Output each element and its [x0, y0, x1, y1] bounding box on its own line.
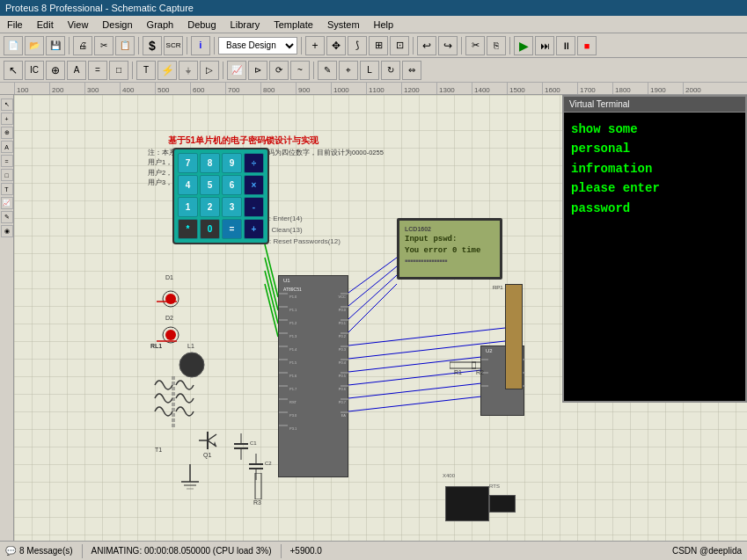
- d1-label: D1: [165, 274, 173, 280]
- side-btn-4[interactable]: A: [1, 141, 13, 153]
- tb-new[interactable]: 📄: [4, 36, 23, 55]
- key-equal[interactable]: =: [222, 219, 242, 239]
- tb-cut[interactable]: ✂: [94, 36, 114, 55]
- sep-t2-3: [313, 62, 314, 79]
- menu-debug[interactable]: Debug: [180, 18, 223, 32]
- tb2-pointer[interactable]: ↖: [4, 61, 23, 80]
- key-2[interactable]: 2: [200, 197, 220, 217]
- schematic-title: 基于51单片机的电子密码锁设计与实现: [168, 135, 319, 147]
- key-5[interactable]: 5: [200, 175, 220, 195]
- key-div[interactable]: ÷: [244, 153, 264, 173]
- tb-redo[interactable]: ↪: [438, 36, 458, 55]
- black-component-2: [489, 495, 516, 513]
- c1-label: C1: [250, 440, 257, 446]
- tb2-label[interactable]: L: [360, 61, 379, 80]
- tb2-junction[interactable]: ⊕: [46, 61, 65, 80]
- tb-info[interactable]: i: [191, 36, 210, 55]
- side-btn-3[interactable]: ⊕: [1, 127, 13, 139]
- svg-line-52: [265, 271, 278, 324]
- menu-help[interactable]: Help: [367, 18, 401, 32]
- tb2-ground[interactable]: ⏚: [179, 61, 198, 80]
- tb2-terminal[interactable]: T: [136, 61, 156, 80]
- status-div1: [82, 544, 83, 558]
- design-dropdown[interactable]: Base Design: [218, 37, 297, 55]
- key-plus[interactable]: +: [244, 219, 264, 239]
- tb-save[interactable]: 💾: [46, 36, 65, 55]
- key-mul[interactable]: ×: [244, 175, 264, 195]
- tb2-generator[interactable]: ~: [290, 61, 310, 80]
- q1-symbol: [199, 427, 225, 454]
- tb2-subcirc[interactable]: □: [109, 61, 128, 80]
- menu-design[interactable]: Design: [95, 18, 139, 32]
- tb-zoom-area[interactable]: ⊡: [390, 36, 409, 55]
- side-btn-1[interactable]: ↖: [1, 98, 13, 111]
- menu-edit[interactable]: Edit: [30, 18, 61, 32]
- svg-line-55: [348, 266, 397, 306]
- tb-step[interactable]: ⏭: [535, 36, 554, 55]
- tb-pause[interactable]: ⏸: [556, 36, 575, 55]
- tb2-port[interactable]: ▷: [200, 61, 219, 80]
- menu-library[interactable]: Library: [223, 18, 267, 32]
- annotation-clean: -* : Clean(13): [260, 225, 341, 236]
- status-branding: CSDN @deeplida: [672, 546, 742, 556]
- tb-copy[interactable]: 📋: [115, 36, 135, 55]
- key-9[interactable]: 9: [222, 153, 242, 173]
- tb2-probe[interactable]: ⊳: [248, 61, 267, 80]
- tb2-snap[interactable]: ⌖: [339, 61, 358, 80]
- side-btn-8[interactable]: 📈: [1, 197, 13, 209]
- side-btn-9[interactable]: ✎: [1, 211, 13, 223]
- key-3[interactable]: 3: [222, 197, 242, 217]
- side-btn-6[interactable]: □: [1, 169, 13, 181]
- tb2-rotate[interactable]: ↻: [381, 61, 400, 80]
- tb-paste[interactable]: ⎘: [487, 36, 506, 55]
- key-8[interactable]: 8: [200, 153, 220, 173]
- tb2-bus[interactable]: =: [88, 61, 107, 80]
- menu-graph[interactable]: Graph: [140, 18, 181, 32]
- menu-template[interactable]: Template: [267, 18, 320, 32]
- schematic-canvas[interactable]: 基于51单片机的电子密码锁设计与实现 注：本系统目前只设定了三个用户，密码为四位…: [14, 95, 747, 541]
- l1-label: L1: [187, 343, 194, 349]
- tb-zoom-fit[interactable]: ⊞: [369, 36, 388, 55]
- key-7[interactable]: 7: [178, 153, 198, 173]
- svg-line-58: [348, 328, 505, 345]
- tb-scissors[interactable]: ✂: [465, 36, 485, 55]
- lcd-model-label: LCD1602: [405, 226, 494, 232]
- side-btn-2[interactable]: +: [1, 113, 13, 125]
- tb2-wire-label[interactable]: A: [67, 61, 86, 80]
- tb-play[interactable]: ▶: [514, 36, 533, 55]
- tb2-power[interactable]: ⚡: [157, 61, 177, 80]
- key-4[interactable]: 4: [178, 175, 198, 195]
- tb-print[interactable]: 🖨: [73, 36, 92, 55]
- key-star[interactable]: *: [178, 219, 198, 239]
- tb2-component[interactable]: IC: [25, 61, 44, 80]
- key-1[interactable]: 1: [178, 197, 198, 217]
- key-0[interactable]: 0: [200, 219, 220, 239]
- rl1-label: RL1: [150, 343, 162, 349]
- tb-undo[interactable]: ↩: [417, 36, 436, 55]
- tb-stop[interactable]: ■: [577, 36, 597, 55]
- annotation-enter: #* : Enter(14): [260, 214, 341, 225]
- tb-open[interactable]: 📂: [25, 36, 44, 55]
- tb-zoom-in[interactable]: $: [143, 36, 162, 55]
- svg-line-53: [265, 284, 278, 337]
- tb2-flip[interactable]: ⇔: [402, 61, 421, 80]
- menu-file[interactable]: File: [0, 18, 30, 32]
- tb-move[interactable]: ✥: [326, 36, 346, 55]
- tb2-graph[interactable]: 📈: [227, 61, 246, 80]
- side-btn-10[interactable]: ◉: [1, 225, 13, 237]
- tb2-tape[interactable]: ⟳: [269, 61, 289, 80]
- tb2-property[interactable]: ✎: [318, 61, 337, 80]
- vt-line6: password: [571, 199, 738, 218]
- menu-view[interactable]: View: [61, 18, 96, 32]
- tb-script[interactable]: SCR: [164, 36, 183, 55]
- side-btn-7[interactable]: T: [1, 183, 13, 195]
- tb-add-comp[interactable]: +: [305, 36, 325, 55]
- key-6[interactable]: 6: [222, 175, 242, 195]
- status-animation: ANIMATING: 00:00:08.050000 (CPU load 3%): [92, 546, 272, 556]
- side-btn-5[interactable]: =: [1, 155, 13, 167]
- animation-status: ANIMATING: 00:00:08.050000 (CPU load 3%): [92, 546, 272, 556]
- menu-system[interactable]: System: [320, 18, 367, 32]
- key-minus[interactable]: -: [244, 197, 264, 217]
- tb-wire[interactable]: ⟆: [348, 36, 367, 55]
- black-component-1: [445, 486, 489, 521]
